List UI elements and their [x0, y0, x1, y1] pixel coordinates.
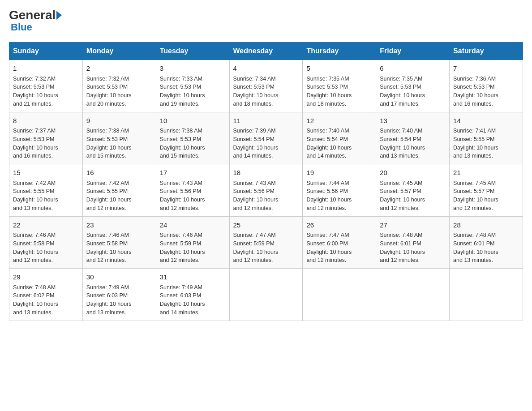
day-number: 21	[453, 168, 519, 178]
day-info: Sunrise: 7:41 AMSunset: 5:55 PMDaylight:…	[453, 127, 519, 160]
calendar-cell: 21Sunrise: 7:45 AMSunset: 5:57 PMDayligh…	[450, 164, 523, 217]
day-info: Sunrise: 7:35 AMSunset: 5:53 PMDaylight:…	[306, 75, 372, 108]
calendar-cell	[450, 269, 523, 321]
day-info: Sunrise: 7:46 AMSunset: 5:59 PMDaylight:…	[160, 231, 226, 265]
day-number: 22	[13, 220, 79, 231]
day-number: 29	[13, 272, 79, 283]
calendar-cell: 30Sunrise: 7:49 AMSunset: 6:03 PMDayligh…	[82, 269, 156, 321]
calendar-cell: 3Sunrise: 7:33 AMSunset: 5:53 PMDaylight…	[156, 60, 229, 112]
calendar-cell: 23Sunrise: 7:46 AMSunset: 5:58 PMDayligh…	[82, 216, 156, 269]
day-info: Sunrise: 7:34 AMSunset: 5:53 PMDaylight:…	[233, 75, 299, 108]
day-info: Sunrise: 7:37 AMSunset: 5:53 PMDaylight:…	[13, 127, 79, 160]
day-info: Sunrise: 7:47 AMSunset: 5:59 PMDaylight:…	[233, 231, 299, 265]
day-info: Sunrise: 7:45 AMSunset: 5:57 PMDaylight:…	[453, 179, 519, 213]
calendar-cell	[229, 269, 303, 321]
day-info: Sunrise: 7:46 AMSunset: 5:58 PMDaylight:…	[86, 231, 152, 265]
col-header-thursday: Thursday	[303, 43, 376, 60]
day-info: Sunrise: 7:48 AMSunset: 6:02 PMDaylight:…	[13, 283, 79, 317]
col-header-sunday: Sunday	[9, 43, 83, 60]
calendar-week-row: 29Sunrise: 7:48 AMSunset: 6:02 PMDayligh…	[9, 269, 523, 321]
day-info: Sunrise: 7:45 AMSunset: 5:57 PMDaylight:…	[380, 179, 446, 213]
calendar-week-row: 22Sunrise: 7:46 AMSunset: 5:58 PMDayligh…	[9, 216, 523, 269]
calendar-cell: 7Sunrise: 7:36 AMSunset: 5:53 PMDaylight…	[450, 60, 523, 112]
day-info: Sunrise: 7:46 AMSunset: 5:58 PMDaylight:…	[13, 231, 79, 265]
day-info: Sunrise: 7:35 AMSunset: 5:53 PMDaylight:…	[380, 75, 446, 108]
day-number: 17	[160, 168, 226, 178]
page-header: General Blue	[9, 9, 523, 33]
calendar-week-row: 1Sunrise: 7:32 AMSunset: 5:53 PMDaylight…	[9, 60, 523, 112]
day-info: Sunrise: 7:36 AMSunset: 5:53 PMDaylight:…	[453, 75, 519, 108]
calendar-cell: 17Sunrise: 7:43 AMSunset: 5:56 PMDayligh…	[156, 164, 229, 217]
day-number: 20	[380, 168, 446, 178]
day-number: 16	[86, 168, 152, 178]
day-number: 12	[306, 116, 372, 126]
calendar-cell: 27Sunrise: 7:48 AMSunset: 6:01 PMDayligh…	[376, 216, 450, 269]
day-info: Sunrise: 7:42 AMSunset: 5:55 PMDaylight:…	[13, 179, 79, 213]
calendar-cell: 6Sunrise: 7:35 AMSunset: 5:53 PMDaylight…	[376, 60, 450, 112]
calendar-cell: 1Sunrise: 7:32 AMSunset: 5:53 PMDaylight…	[9, 60, 83, 112]
day-info: Sunrise: 7:48 AMSunset: 6:01 PMDaylight:…	[380, 231, 446, 265]
day-number: 13	[380, 116, 446, 126]
calendar-cell: 4Sunrise: 7:34 AMSunset: 5:53 PMDaylight…	[229, 60, 303, 112]
day-info: Sunrise: 7:44 AMSunset: 5:56 PMDaylight:…	[306, 179, 372, 213]
day-number: 28	[453, 220, 519, 231]
day-number: 6	[380, 64, 446, 74]
day-number: 18	[233, 168, 299, 178]
calendar-header-row: SundayMondayTuesdayWednesdayThursdayFrid…	[9, 43, 523, 60]
day-number: 3	[160, 64, 226, 74]
day-number: 24	[160, 220, 226, 231]
calendar-cell: 14Sunrise: 7:41 AMSunset: 5:55 PMDayligh…	[450, 112, 523, 164]
day-number: 19	[306, 168, 372, 178]
day-number: 1	[13, 64, 79, 74]
day-info: Sunrise: 7:42 AMSunset: 5:55 PMDaylight:…	[86, 179, 152, 213]
day-number: 31	[160, 272, 226, 283]
col-header-tuesday: Tuesday	[156, 43, 229, 60]
col-header-friday: Friday	[376, 43, 450, 60]
calendar-cell: 11Sunrise: 7:39 AMSunset: 5:54 PMDayligh…	[229, 112, 303, 164]
day-info: Sunrise: 7:47 AMSunset: 6:00 PMDaylight:…	[306, 231, 372, 265]
day-info: Sunrise: 7:49 AMSunset: 6:03 PMDaylight:…	[160, 283, 226, 317]
logo-blue-text: Blue	[11, 21, 32, 33]
day-number: 5	[306, 64, 372, 74]
day-number: 7	[453, 64, 519, 74]
day-number: 4	[233, 64, 299, 74]
day-number: 2	[86, 64, 152, 74]
calendar-cell: 13Sunrise: 7:40 AMSunset: 5:54 PMDayligh…	[376, 112, 450, 164]
col-header-monday: Monday	[82, 43, 156, 60]
day-number: 9	[86, 116, 152, 126]
day-info: Sunrise: 7:38 AMSunset: 5:53 PMDaylight:…	[86, 127, 152, 160]
day-info: Sunrise: 7:43 AMSunset: 5:56 PMDaylight:…	[160, 179, 226, 213]
day-info: Sunrise: 7:32 AMSunset: 5:53 PMDaylight:…	[86, 75, 152, 108]
day-info: Sunrise: 7:32 AMSunset: 5:53 PMDaylight:…	[13, 75, 79, 108]
day-number: 14	[453, 116, 519, 126]
calendar-cell: 19Sunrise: 7:44 AMSunset: 5:56 PMDayligh…	[303, 164, 376, 217]
calendar-cell: 9Sunrise: 7:38 AMSunset: 5:53 PMDaylight…	[82, 112, 156, 164]
day-info: Sunrise: 7:40 AMSunset: 5:54 PMDaylight:…	[306, 127, 372, 160]
day-info: Sunrise: 7:43 AMSunset: 5:56 PMDaylight:…	[233, 179, 299, 213]
calendar-table: SundayMondayTuesdayWednesdayThursdayFrid…	[9, 42, 523, 321]
day-number: 26	[306, 220, 372, 231]
calendar-cell: 31Sunrise: 7:49 AMSunset: 6:03 PMDayligh…	[156, 269, 229, 321]
day-info: Sunrise: 7:33 AMSunset: 5:53 PMDaylight:…	[160, 75, 226, 108]
calendar-cell: 20Sunrise: 7:45 AMSunset: 5:57 PMDayligh…	[376, 164, 450, 217]
calendar-cell: 28Sunrise: 7:48 AMSunset: 6:01 PMDayligh…	[450, 216, 523, 269]
col-header-wednesday: Wednesday	[229, 43, 303, 60]
calendar-week-row: 8Sunrise: 7:37 AMSunset: 5:53 PMDaylight…	[9, 112, 523, 164]
day-info: Sunrise: 7:48 AMSunset: 6:01 PMDaylight:…	[453, 231, 519, 265]
logo-triangle-icon	[56, 11, 62, 20]
calendar-cell: 10Sunrise: 7:38 AMSunset: 5:53 PMDayligh…	[156, 112, 229, 164]
calendar-cell	[376, 269, 450, 321]
calendar-cell: 29Sunrise: 7:48 AMSunset: 6:02 PMDayligh…	[9, 269, 83, 321]
calendar-cell: 22Sunrise: 7:46 AMSunset: 5:58 PMDayligh…	[9, 216, 83, 269]
calendar-week-row: 15Sunrise: 7:42 AMSunset: 5:55 PMDayligh…	[9, 164, 523, 217]
calendar-cell: 8Sunrise: 7:37 AMSunset: 5:53 PMDaylight…	[9, 112, 83, 164]
calendar-cell: 26Sunrise: 7:47 AMSunset: 6:00 PMDayligh…	[303, 216, 376, 269]
day-info: Sunrise: 7:38 AMSunset: 5:53 PMDaylight:…	[160, 127, 226, 160]
day-number: 11	[233, 116, 299, 126]
logo: General Blue	[9, 9, 63, 33]
calendar-cell: 15Sunrise: 7:42 AMSunset: 5:55 PMDayligh…	[9, 164, 83, 217]
logo-general-text: General	[9, 9, 56, 21]
calendar-cell: 12Sunrise: 7:40 AMSunset: 5:54 PMDayligh…	[303, 112, 376, 164]
day-info: Sunrise: 7:39 AMSunset: 5:54 PMDaylight:…	[233, 127, 299, 160]
day-number: 27	[380, 220, 446, 231]
